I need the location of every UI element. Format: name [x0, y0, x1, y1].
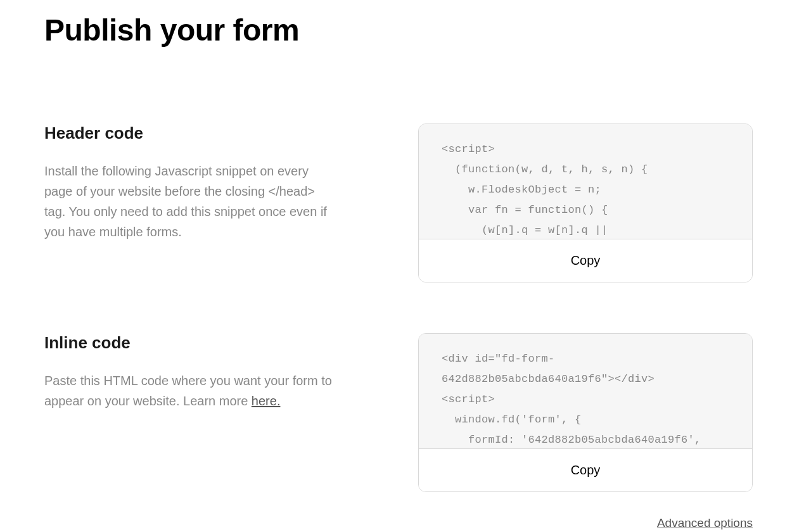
inline-code-description-text: Paste this HTML code where you want your… [44, 374, 332, 408]
inline-code-learn-more-link[interactable]: here. [252, 394, 281, 408]
inline-code-section: Inline code Paste this HTML code where y… [44, 333, 767, 530]
header-code-copy-button[interactable]: Copy [419, 239, 752, 282]
header-code-content: <script> (function(w, d, t, h, s, n) { w… [419, 124, 752, 239]
header-code-section: Header code Install the following Javasc… [44, 124, 767, 282]
inline-code-box: <div id="fd-form- 642d882b05abcbda640a19… [418, 333, 753, 492]
inline-code-copy-button[interactable]: Copy [419, 449, 752, 491]
header-code-description: Install the following Javascript snippet… [44, 161, 336, 242]
header-code-title: Header code [44, 124, 336, 143]
inline-code-description: Paste this HTML code where you want your… [44, 370, 336, 411]
inline-code-content: <div id="fd-form- 642d882b05abcbda640a19… [419, 334, 752, 449]
inline-code-title: Inline code [44, 333, 336, 353]
advanced-options-link[interactable]: Advanced options [657, 516, 753, 529]
page-title: Publish your form [44, 13, 767, 48]
header-code-box: <script> (function(w, d, t, h, s, n) { w… [418, 124, 753, 282]
